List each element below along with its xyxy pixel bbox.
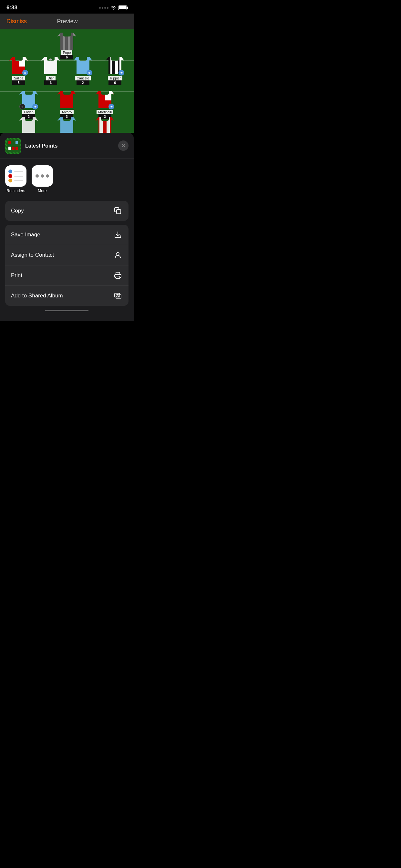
player-score-dier: 6 xyxy=(44,81,57,85)
assign-contact-label: Assign to Contact xyxy=(11,252,54,258)
player-name-saliba: Saliba xyxy=(12,76,25,81)
pitch-preview: Pope 6 ★ xyxy=(0,29,134,133)
more-icon-box xyxy=(32,165,53,187)
app-reminders[interactable]: Reminders xyxy=(5,165,27,193)
svg-rect-36 xyxy=(116,276,120,279)
svg-rect-21 xyxy=(96,117,99,133)
signal-icon xyxy=(99,7,109,9)
reminders-icon-box xyxy=(5,165,27,187)
copy-label: Copy xyxy=(11,208,24,214)
share-sheet: Latest Points ✕ xyxy=(0,133,134,321)
shared-album-icon xyxy=(113,291,123,301)
reminders-label: Reminders xyxy=(6,189,25,193)
copy-action[interactable]: Copy xyxy=(5,201,128,221)
share-header: Latest Points ✕ xyxy=(0,133,134,159)
player-dier: Dier 6 xyxy=(41,57,60,85)
battery-icon xyxy=(118,5,127,10)
close-icon: ✕ xyxy=(121,143,126,149)
assign-contact-icon xyxy=(113,250,123,260)
player-trippier: ★ Trippier 6 xyxy=(105,57,124,85)
status-time: 6:33 xyxy=(6,4,18,11)
fwd-row-partial xyxy=(0,117,134,133)
svg-rect-28 xyxy=(8,141,11,144)
svg-rect-6 xyxy=(19,57,28,66)
wifi-icon xyxy=(111,5,116,10)
svg-point-35 xyxy=(117,252,119,255)
home-indicator xyxy=(45,310,89,311)
header-title: Preview xyxy=(57,18,78,25)
svg-rect-18 xyxy=(105,91,114,100)
svg-rect-37 xyxy=(115,293,120,297)
player-fwd3 xyxy=(96,117,114,133)
print-action[interactable]: Print xyxy=(5,266,128,286)
header: Dismiss Preview xyxy=(0,13,134,29)
player-foden: V ★ Foden 2 xyxy=(19,91,38,119)
svg-rect-2 xyxy=(63,33,65,50)
player-fwd2 xyxy=(58,117,76,133)
print-icon xyxy=(113,271,123,280)
assign-contact-action[interactable]: Assign to Contact xyxy=(5,245,128,266)
more-icon xyxy=(35,175,49,178)
player-cancelo: ★ Cancelo 2 xyxy=(73,57,92,85)
player-score-cancelo: 2 xyxy=(76,81,89,85)
more-label: More xyxy=(38,189,47,193)
svg-rect-1 xyxy=(58,33,60,50)
svg-rect-33 xyxy=(117,210,121,214)
save-image-icon xyxy=(113,230,123,240)
reminders-icon xyxy=(8,168,24,184)
player-name-martinelli: Martinelli xyxy=(96,110,113,114)
svg-point-39 xyxy=(117,294,118,296)
apps-row: Reminders More xyxy=(0,159,134,196)
svg-rect-31 xyxy=(12,147,14,150)
player-name-cancelo: Cancelo xyxy=(75,76,91,81)
status-bar: 6:33 xyxy=(0,0,134,13)
def-row: ★ Saliba 5 xyxy=(0,57,134,85)
player-saliba: ★ Saliba 5 xyxy=(9,57,28,85)
save-image-label: Save Image xyxy=(11,231,40,238)
svg-rect-30 xyxy=(8,147,11,150)
save-image-action[interactable]: Save Image xyxy=(5,225,128,245)
app-more[interactable]: More xyxy=(32,165,53,193)
svg-rect-23 xyxy=(103,117,106,133)
svg-rect-24 xyxy=(106,117,110,133)
print-label: Print xyxy=(11,272,22,279)
mid-row: V ★ Foden 2 xyxy=(0,91,134,119)
close-button[interactable]: ✕ xyxy=(118,141,128,151)
player-score-trippier: 6 xyxy=(109,81,121,85)
svg-rect-19 xyxy=(19,117,38,133)
svg-rect-32 xyxy=(16,147,18,150)
shared-album-label: Add to Shared Album xyxy=(11,292,63,299)
player-name-pope: Pope xyxy=(61,51,73,55)
shared-album-action[interactable]: Add to Shared Album xyxy=(5,286,128,306)
player-antony: Antony 3 xyxy=(58,91,76,119)
svg-rect-4 xyxy=(73,33,76,50)
status-icons xyxy=(99,5,127,10)
player-name-foden: Foden xyxy=(22,110,35,114)
svg-rect-3 xyxy=(68,33,70,50)
player-name-antony: Antony xyxy=(60,110,74,114)
svg-rect-25 xyxy=(110,117,114,133)
svg-rect-13 xyxy=(111,57,112,74)
svg-rect-29 xyxy=(16,141,18,144)
gk-row: Pope 6 xyxy=(0,33,134,59)
share-title: Latest Points xyxy=(25,143,58,149)
svg-rect-20 xyxy=(58,117,76,133)
player-gk: Pope 6 xyxy=(58,33,76,59)
actions-group: Save Image Assign to Contact Print xyxy=(5,225,128,306)
svg-rect-11 xyxy=(105,57,115,74)
player-name-trippier: Trippier xyxy=(108,76,122,81)
player-martinelli: ★ Martinelli 3 xyxy=(96,91,114,119)
copy-group: Copy xyxy=(5,201,128,221)
dismiss-button[interactable]: Dismiss xyxy=(6,18,27,25)
share-app-icon xyxy=(5,138,21,154)
svg-rect-22 xyxy=(99,117,103,133)
player-fwd1 xyxy=(19,117,38,133)
player-score-saliba: 5 xyxy=(12,81,25,85)
copy-icon xyxy=(113,206,123,216)
player-name-dier: Dier xyxy=(46,76,56,81)
svg-rect-16 xyxy=(58,91,76,108)
